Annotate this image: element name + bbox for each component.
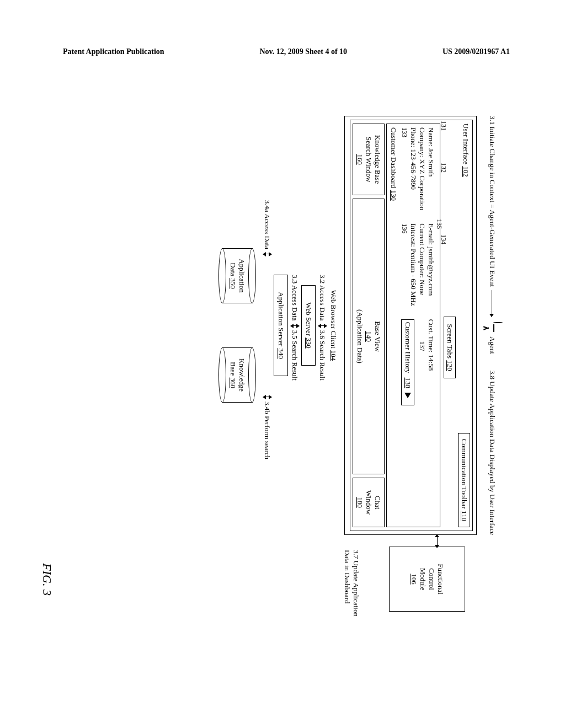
- base-view-panel: Base View 140 (Application Data): [353, 199, 385, 474]
- web-server-box: Web Server 330: [301, 285, 316, 365]
- customer-dashboard-title: Customer Dashboard: [390, 127, 398, 188]
- ui-title: User Interface 102: [458, 124, 470, 177]
- ref-133: 133: [401, 127, 408, 137]
- chat-l2: Window: [364, 479, 373, 526]
- ref-137: 137: [418, 341, 426, 351]
- step-3-3-label: 3.3 Access Data: [290, 275, 299, 320]
- kb-cyl-l1: Knowledge: [237, 358, 246, 392]
- connector-3-3: [291, 325, 299, 326]
- step-3-5-label: 3.5 Search Result: [290, 330, 299, 381]
- func-l2: Control: [427, 550, 436, 608]
- agent-icon: [482, 322, 502, 334]
- page-header: Patent Application Publication Nov. 12, …: [63, 47, 510, 56]
- sheet-label: Nov. 12, 2009 Sheet 4 of 10: [259, 47, 347, 56]
- figure-3-diagram: 3.1 Initiate Change in Context = Agent-G…: [50, 116, 502, 535]
- dash-email: E-mail: jsmith@xyz.com: [427, 223, 435, 306]
- step-3-8-label: 3.8 Update Application Data Displayed by…: [488, 371, 497, 535]
- screen-tabs-box: Screen Tabs 120: [444, 317, 456, 378]
- step-3-2-label: 3.2 Access Data: [318, 275, 327, 320]
- top-flow: 3.1 Initiate Change in Context = Agent-G…: [482, 116, 502, 535]
- doc-number: US 2009/0281967 A1: [443, 47, 510, 56]
- bv-l3: (Application Data): [355, 200, 364, 473]
- bv-l1: Base View: [373, 200, 382, 473]
- ref-120: 120: [446, 360, 454, 371]
- customer-history-button[interactable]: Customer History 138: [401, 319, 414, 405]
- ref-131: 131: [439, 121, 447, 131]
- application-server-box: Application Server 340: [274, 275, 288, 376]
- pub-label: Patent Application Publication: [63, 47, 164, 56]
- appdata-l1: Application: [237, 259, 246, 292]
- chat-window-panel: Chat Window 180: [353, 478, 385, 527]
- ref-140: 140: [364, 200, 373, 473]
- arrow-3-1: [492, 290, 493, 317]
- ref-138: 138: [403, 378, 412, 389]
- ref-350: 350: [229, 278, 237, 289]
- kb-search-window: Knowledge Base Search Window 160: [353, 124, 385, 195]
- ref-340: 340: [277, 348, 285, 359]
- kb-l1: Knowledge Base: [373, 125, 382, 194]
- step-3-6-label: 3.6 Search Result: [318, 330, 327, 381]
- kb-cyl-l2: Base: [229, 362, 237, 376]
- ref-106: 106: [409, 550, 418, 608]
- ref-360: 360: [229, 378, 237, 389]
- ref-134: 134: [439, 234, 447, 244]
- ref-160: 160: [355, 125, 364, 194]
- browser-window: User Interface 102 Communication Toolbar…: [344, 116, 477, 535]
- connector-3-4b: [263, 397, 271, 397]
- dash-interest: Interest: Pentium - 650 MHz: [409, 223, 418, 306]
- ref-135: 135: [435, 219, 443, 229]
- knowledge-base-cylinder: Knowledge Base 360: [222, 347, 253, 403]
- connector-func: [437, 534, 438, 548]
- ui-box: User Interface 102 Communication Toolbar…: [350, 120, 473, 531]
- dash-phone: Phone: 123-456-7890: [409, 127, 418, 210]
- dash-cust-time: Cust. Time: 14:58: [427, 319, 435, 405]
- dash-name: Name: Joe Smith: [427, 127, 435, 210]
- functional-control-module-box: Functional Control Module 106: [389, 547, 465, 612]
- step-3-4a-label: 3.4a Access Data: [263, 200, 271, 249]
- ref-110: 110: [460, 511, 468, 521]
- ref-136: 136: [401, 223, 408, 233]
- connector-3-2: [318, 325, 327, 326]
- func-l1: Functional: [436, 550, 445, 608]
- connector-3-4a: [263, 254, 271, 254]
- comm-toolbar-box: Communication Toolbar 110: [458, 433, 470, 527]
- kb-l2: Search Window: [364, 125, 373, 194]
- customer-dashboard-box: 131 132 134 Name: Joe Smith Company: XYZ…: [386, 124, 440, 527]
- agent-label: Agent: [488, 336, 497, 354]
- ref-132: 132: [439, 163, 447, 173]
- func-l3: Module: [418, 550, 427, 608]
- ref-330: 330: [305, 338, 313, 349]
- ref-102: 102: [462, 166, 470, 177]
- step-3-7-label: 3.7 Update Application Data in Dashboard: [343, 550, 360, 622]
- step-3-1-label: 3.1 Initiate Change in Context = Agent-G…: [488, 116, 497, 287]
- step-3-4b-label: 3.4b Perform search: [263, 402, 271, 459]
- ref-180: 180: [355, 479, 364, 526]
- dash-curr-computer: Current Computer: None: [418, 223, 427, 306]
- web-browser-client-label: Web Browser Client 104: [329, 290, 338, 361]
- play-icon: [404, 393, 411, 398]
- dash-company: Company: XYZ Corporation: [418, 127, 427, 210]
- server-stack: Web Browser Client 104 3.2 Access Data 3…: [222, 116, 338, 535]
- ref-104: 104: [329, 350, 338, 361]
- chat-l1: Chat: [373, 479, 382, 526]
- ref-130: 130: [390, 190, 398, 201]
- application-data-cylinder: Application Data 350: [222, 248, 253, 303]
- appdata-l2: Data: [229, 263, 237, 276]
- figure-label: FIG. 3: [40, 563, 54, 596]
- customer-history-label: Customer History: [403, 322, 412, 373]
